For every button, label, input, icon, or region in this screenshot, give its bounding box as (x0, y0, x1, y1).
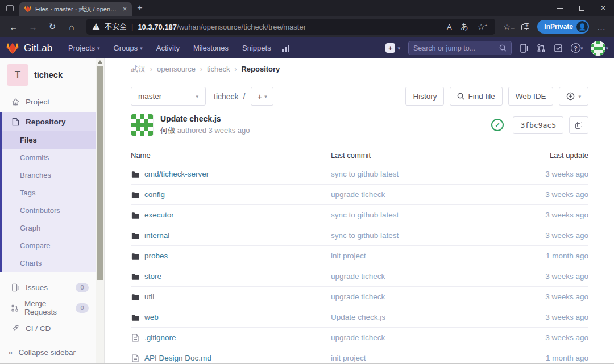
file-name-link[interactable]: .gitignore (144, 333, 176, 342)
plus-icon: + (257, 91, 262, 101)
file-name-link[interactable]: cmd/ticheck-server (144, 170, 209, 178)
project-link[interactable]: ticheck (214, 92, 239, 101)
todos-icon[interactable] (554, 44, 563, 53)
nav-link[interactable]: Milestones (188, 40, 234, 56)
web-ide-button[interactable]: Web IDE (508, 87, 554, 106)
translate-icon[interactable]: あ (459, 22, 471, 32)
last-commit-link[interactable]: sync to github latest (331, 211, 399, 219)
branch-selector[interactable]: master ▾ (131, 87, 206, 106)
favorites-bar-icon[interactable]: ☆≡ (501, 22, 517, 31)
new-tab-button[interactable]: + (132, 0, 148, 16)
scrollbar-up-icon[interactable] (98, 60, 102, 64)
file-name-link[interactable]: web (144, 313, 159, 321)
last-commit-link[interactable]: upgrade ticheck (331, 292, 385, 301)
breadcrumb-link[interactable]: 武汉 (131, 64, 146, 74)
copy-hash-button[interactable] (569, 116, 588, 134)
search-input[interactable] (413, 44, 499, 52)
sidebar-subitem-graph[interactable]: Graph (2, 219, 97, 237)
find-file-button[interactable]: Find file (450, 87, 502, 106)
file-name-link[interactable]: API Design Doc.md (144, 354, 211, 362)
plus-icon: + (385, 43, 395, 53)
sidebar-scrollbar[interactable] (96, 58, 104, 363)
sidebar-subitem-charts[interactable]: Charts (2, 254, 97, 272)
folder-icon (131, 232, 140, 239)
last-commit-link[interactable]: upgrade ticheck (331, 333, 385, 342)
browser-tab[interactable]: Files · master · 武汉 / opensour × (19, 2, 132, 16)
last-commit-link[interactable]: Update check.js (331, 313, 385, 321)
sidebar-item-issues[interactable]: Issues 0 (0, 277, 97, 298)
file-name-link[interactable]: store (144, 272, 161, 281)
sidebar-subitem-compare[interactable]: Compare (2, 237, 97, 254)
sidebar-subitem-commits[interactable]: Commits (2, 149, 97, 166)
nav-link[interactable]: Projects▾ (63, 40, 106, 56)
global-search[interactable] (408, 41, 512, 55)
help-menu[interactable]: ?▾ (571, 43, 583, 53)
minimize-button[interactable] (549, 0, 571, 16)
rocket-icon (11, 324, 20, 332)
file-name-link[interactable]: util (144, 292, 154, 301)
commit-hash[interactable]: 3fbc9ac5 (513, 116, 563, 134)
url-field[interactable]: 不安全 | 10.3.70.187/wuhan/opensource/tiche… (86, 19, 495, 35)
collapse-sidebar-button[interactable]: « Collapse sidebar (0, 341, 97, 363)
profile-avatar-icon[interactable]: 👤 (576, 21, 588, 32)
gitlab-logo[interactable]: GitLab (6, 41, 52, 55)
nav-link[interactable]: Activity (151, 40, 185, 56)
titlebar-spacer (148, 0, 549, 16)
pipeline-status-icon[interactable]: ✓ (491, 119, 504, 131)
nav-link[interactable]: Snippets (237, 40, 277, 56)
history-button[interactable]: History (405, 87, 444, 106)
security-warning-icon[interactable] (92, 23, 100, 30)
project-avatar: T (7, 64, 28, 86)
breadcrumb-link[interactable]: ticheck (207, 65, 230, 73)
issues-icon[interactable] (520, 44, 529, 53)
inprivate-label: InPrivate (544, 23, 573, 31)
instance-statistics-icon[interactable] (281, 44, 291, 53)
scrollbar-thumb[interactable] (97, 66, 103, 280)
file-name-link[interactable]: config (144, 190, 165, 199)
sidebar-item-repository[interactable]: Repository (0, 112, 97, 131)
browser-menu-icon[interactable]: … (594, 22, 609, 32)
file-name-link[interactable]: executor (144, 211, 174, 219)
download-button[interactable]: ▾ (559, 87, 588, 106)
last-commit-link[interactable]: sync to github latest (331, 170, 399, 178)
tab-actions-icon[interactable] (0, 0, 19, 16)
sidebar-subitem-branches[interactable]: Branches (2, 166, 97, 184)
last-commit-link[interactable]: upgrade ticheck (331, 272, 385, 281)
file-name-link[interactable]: internal (144, 231, 169, 240)
collections-icon[interactable]: + (521, 23, 529, 30)
back-icon[interactable]: ← (5, 18, 23, 35)
add-favorite-icon[interactable]: ☆+ (475, 22, 489, 31)
sidebar-item-project[interactable]: Project (0, 91, 97, 112)
commit-author-avatar[interactable] (131, 114, 154, 136)
sidebar-subitem-contributors[interactable]: Contributors (2, 202, 97, 219)
tab-close-icon[interactable]: × (121, 5, 128, 13)
inprivate-badge[interactable]: InPrivate 👤 (537, 20, 589, 34)
home-icon[interactable]: ⌂ (63, 18, 81, 35)
sidebar-project-header[interactable]: T ticheck (0, 58, 97, 91)
refresh-icon[interactable]: ↻ (43, 18, 61, 35)
forward-icon[interactable]: → (24, 18, 42, 35)
security-label[interactable]: 不安全 (105, 22, 127, 32)
last-commit-link[interactable]: init project (331, 354, 366, 362)
new-menu-button[interactable]: +▾ (385, 43, 400, 53)
last-commit-link[interactable]: upgrade ticheck (331, 190, 385, 199)
file-table: Name Last commit Last update cmd/ticheck… (131, 147, 588, 363)
sidebar-item-merge-requests[interactable]: Merge Requests 0 (0, 298, 97, 318)
commit-title[interactable]: Update check.js (160, 114, 250, 123)
url-text[interactable]: 10.3.70.187/wuhan/opensource/ticheck/tre… (138, 23, 440, 31)
commit-author[interactable]: 何傲 (160, 126, 175, 135)
sidebar-item-cicd[interactable]: CI / CD (0, 318, 97, 338)
user-menu[interactable]: ▾ (591, 41, 608, 56)
maximize-button[interactable] (571, 0, 592, 16)
merge-requests-icon[interactable] (537, 44, 546, 53)
file-name-link[interactable]: probes (144, 252, 168, 260)
breadcrumb-link[interactable]: opensource (157, 65, 196, 73)
last-commit-link[interactable]: sync to github latest (331, 231, 399, 240)
last-commit-link[interactable]: init project (331, 252, 366, 260)
sidebar-subitem-files[interactable]: Files (2, 131, 97, 149)
add-file-button[interactable]: + ▾ (251, 87, 273, 106)
close-button[interactable]: ✕ (592, 0, 614, 16)
sidebar-subitem-tags[interactable]: Tags (2, 184, 97, 202)
read-aloud-icon[interactable]: A (445, 23, 454, 31)
nav-link[interactable]: Groups▾ (108, 40, 148, 56)
